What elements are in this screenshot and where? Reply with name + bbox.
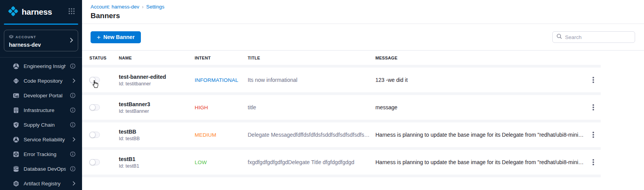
app-grid-icon[interactable] bbox=[68, 8, 75, 16]
toggle-knob bbox=[89, 132, 96, 138]
harness-logo[interactable]: harness bbox=[8, 6, 52, 18]
info-icon[interactable] bbox=[70, 151, 75, 157]
column-header-name: NAME bbox=[119, 56, 195, 60]
banner-title: fxgdfgdfgdfgdfgdDelegate Title dfgfdgdfg… bbox=[248, 159, 375, 165]
banner-enabled-toggle[interactable] bbox=[89, 159, 100, 165]
row-separator bbox=[82, 175, 601, 177]
toggle-knob bbox=[89, 159, 96, 165]
toggle-knob bbox=[89, 77, 96, 83]
info-icon[interactable] bbox=[70, 166, 75, 171]
service-reliability-icon bbox=[13, 136, 19, 143]
toolbar: + New Banner bbox=[82, 24, 644, 51]
banner-enabled-toggle[interactable] bbox=[89, 104, 100, 110]
toggle-knob bbox=[89, 104, 96, 110]
info-icon[interactable] bbox=[70, 122, 75, 127]
table-row: testBB Id: testBB MEDIUM Delegate Messag… bbox=[82, 122, 601, 147]
search-input[interactable] bbox=[565, 34, 631, 40]
breadcrumb: Account: harness-dev › Settings bbox=[91, 4, 644, 10]
developer-portal-icon bbox=[13, 92, 19, 99]
sidebar-item-service-reliability[interactable]: Service Reliability bbox=[0, 132, 82, 147]
banner-id: Id: testBanner bbox=[119, 109, 195, 114]
account-selector[interactable]: ACCOUNT harness-dev bbox=[4, 30, 78, 51]
sidebar-item-label: Developer Portal bbox=[24, 93, 66, 98]
page-title: Banners bbox=[91, 12, 644, 20]
sidebar-item-label: Service Reliability bbox=[24, 137, 68, 142]
row-menu-button[interactable] bbox=[591, 103, 596, 112]
sidebar-nav: Engineering Insights Code Repository Dev… bbox=[0, 58, 82, 190]
intent-badge: HIGH bbox=[195, 105, 248, 110]
search-icon bbox=[557, 34, 562, 41]
banner-name: testBB bbox=[119, 129, 195, 135]
new-banner-button[interactable]: + New Banner bbox=[91, 31, 141, 43]
table-row: testBanner3 Id: testBanner HIGH title me… bbox=[82, 95, 601, 120]
new-banner-button-label: New Banner bbox=[103, 34, 135, 40]
accent-underline bbox=[4, 24, 78, 25]
column-header-title: TITLE bbox=[248, 56, 375, 60]
intent-badge: MEDIUM bbox=[195, 132, 248, 138]
info-icon[interactable] bbox=[70, 107, 75, 113]
sidebar-item-label: Code Repository bbox=[24, 78, 68, 84]
chevron-right-icon bbox=[72, 181, 75, 186]
sidebar-item-error-tracking[interactable]: Error Tracking bbox=[0, 147, 82, 161]
column-header-message: MESSAGE bbox=[375, 56, 586, 60]
intent-badge: INFORMATIONAL bbox=[195, 77, 248, 83]
harness-logo-icon bbox=[8, 6, 19, 18]
row-menu-button[interactable] bbox=[591, 75, 596, 85]
breadcrumb-settings-link[interactable]: Settings bbox=[146, 4, 164, 10]
row-menu-button[interactable] bbox=[591, 158, 596, 167]
column-header-intent: INTENT bbox=[195, 56, 248, 60]
sidebar-item-engineering-insights[interactable]: Engineering Insights bbox=[0, 59, 82, 73]
sidebar-item-supply-chain[interactable]: Supply Chain bbox=[0, 117, 82, 132]
banner-message: 123 -we did it bbox=[375, 77, 586, 83]
chevron-right-icon bbox=[70, 37, 73, 44]
banner-title: Delegate Messagedfdffdsfdfdsfsddfsdfsdfs… bbox=[248, 132, 375, 138]
banner-name: testBanner3 bbox=[119, 101, 195, 107]
banner-name: testB1 bbox=[119, 156, 195, 162]
info-icon[interactable] bbox=[70, 93, 75, 98]
row-separator bbox=[82, 92, 601, 95]
supply-chain-icon bbox=[13, 122, 19, 128]
banner-enabled-toggle[interactable] bbox=[89, 77, 100, 83]
row-separator bbox=[82, 65, 601, 68]
table-row: testB1 Id: testB1 LOW fxgdfgdfgdfgdfgdDe… bbox=[82, 150, 601, 175]
search-box[interactable] bbox=[552, 31, 635, 43]
banner-message: message bbox=[375, 104, 586, 110]
breadcrumb-account-link[interactable]: Account: harness-dev bbox=[91, 4, 139, 10]
code-repository-icon bbox=[13, 78, 19, 84]
banner-title: title bbox=[248, 104, 375, 110]
banner-id: Id: testBB bbox=[119, 136, 195, 141]
account-name: harness-dev bbox=[9, 42, 70, 48]
table-header: STATUS NAME INTENT TITLE MESSAGE bbox=[82, 51, 601, 65]
layers-icon bbox=[9, 34, 14, 41]
sidebar-item-infrastructure[interactable]: Infrastructure bbox=[0, 103, 82, 117]
plus-icon: + bbox=[97, 34, 101, 41]
column-header-status: STATUS bbox=[89, 56, 119, 60]
chevron-right-icon bbox=[72, 137, 75, 142]
database-devops-icon bbox=[13, 166, 19, 172]
sidebar-item-artifact-registry[interactable]: Artifact Registry bbox=[0, 176, 82, 190]
row-menu-button[interactable] bbox=[591, 130, 596, 139]
sidebar: harness ACCOUNT harness-dev bbox=[0, 0, 82, 190]
table-row: test-banner-edited Id: testitbanner INFO… bbox=[82, 68, 601, 92]
banner-message: Harness is planning to update the base i… bbox=[375, 159, 586, 165]
sidebar-item-label: Engineering Insights bbox=[24, 63, 66, 69]
page-header: Account: harness-dev › Settings Banners bbox=[82, 0, 644, 24]
artifact-registry-icon bbox=[13, 180, 19, 187]
chevron-right-icon bbox=[72, 78, 75, 83]
sidebar-item-code-repository[interactable]: Code Repository bbox=[0, 73, 82, 88]
main-content: Account: harness-dev › Settings Banners … bbox=[82, 0, 644, 190]
sidebar-item-database-devops[interactable]: Database DevOps bbox=[0, 161, 82, 176]
info-icon[interactable] bbox=[70, 63, 75, 69]
banner-enabled-toggle[interactable] bbox=[89, 132, 100, 138]
banner-name: test-banner-edited bbox=[119, 74, 195, 80]
sidebar-item-label: Error Tracking bbox=[24, 151, 66, 157]
intent-badge: LOW bbox=[195, 159, 248, 165]
banner-title: Its now informational bbox=[248, 77, 375, 83]
sidebar-item-label: Database DevOps bbox=[24, 166, 66, 172]
breadcrumb-separator-icon: › bbox=[142, 4, 144, 10]
logo-text: harness bbox=[22, 7, 52, 17]
sidebar-item-developer-portal[interactable]: Developer Portal bbox=[0, 88, 82, 103]
sidebar-item-label: Artifact Registry bbox=[24, 181, 68, 187]
banners-table: test-banner-edited Id: testitbanner INFO… bbox=[82, 65, 601, 177]
banner-id: Id: testB1 bbox=[119, 163, 195, 169]
